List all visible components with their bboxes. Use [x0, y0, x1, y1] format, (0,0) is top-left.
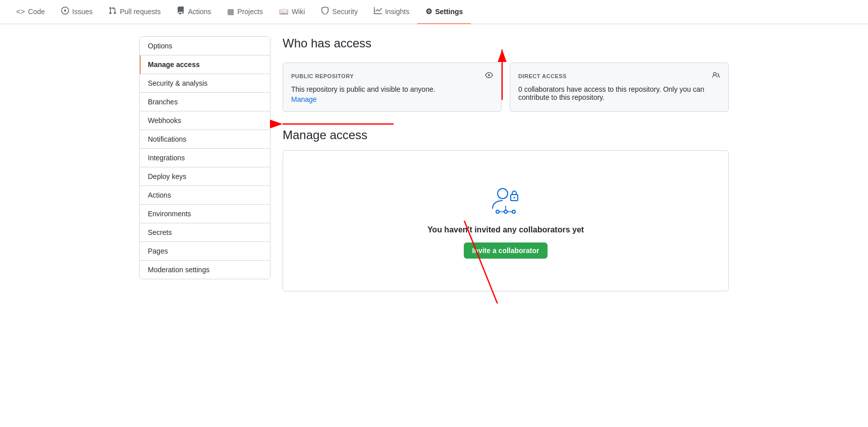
nav-wiki-label: Wiki: [292, 8, 305, 16]
sidebar-actions-label: Actions: [148, 191, 171, 199]
sidebar-item-manage-access[interactable]: Manage access: [140, 55, 270, 74]
settings-sidebar: Options Manage access Security & analysi…: [139, 36, 270, 279]
nav-security[interactable]: Security: [313, 0, 366, 24]
nav-insights[interactable]: Insights: [366, 0, 417, 24]
sidebar-options-label: Options: [148, 42, 172, 50]
manage-link[interactable]: Manage: [291, 95, 317, 103]
public-repo-label: PUBLIC REPOSITORY: [291, 73, 354, 79]
direct-access-header: DIRECT ACCESS: [518, 71, 720, 81]
actions-icon: [177, 7, 185, 16]
sidebar-item-pages[interactable]: Pages: [140, 242, 270, 261]
nav-code[interactable]: <> Code: [8, 0, 53, 24]
svg-point-1: [64, 10, 66, 12]
public-repo-header: PUBLIC REPOSITORY: [291, 71, 493, 81]
svg-point-10: [504, 210, 507, 213]
code-icon: <>: [16, 7, 25, 16]
sidebar-notifications-label: Notifications: [148, 135, 186, 143]
public-repo-text: This repository is public and visible to…: [291, 85, 493, 93]
nav-code-label: Code: [28, 8, 45, 16]
collaborators-empty-icon: [490, 184, 522, 217]
nav-insights-label: Insights: [385, 8, 409, 16]
sidebar-item-environments[interactable]: Environments: [140, 205, 270, 223]
sidebar-webhooks-label: Webhooks: [148, 116, 181, 125]
nav-issues-label: Issues: [72, 8, 92, 16]
sidebar-item-moderation[interactable]: Moderation settings: [140, 261, 270, 279]
sidebar-pages-label: Pages: [148, 247, 168, 255]
nav-settings[interactable]: ⚙ Settings: [417, 0, 471, 24]
nav-pull-requests-label: Pull requests: [120, 8, 160, 16]
sidebar-item-branches[interactable]: Branches: [140, 93, 270, 111]
svg-point-8: [498, 189, 508, 199]
sidebar-secrets-label: Secrets: [148, 228, 172, 236]
main-layout: Options Manage access Security & analysi…: [131, 24, 737, 303]
sidebar-item-actions[interactable]: Actions: [140, 186, 270, 205]
who-has-access-heading: Who has access: [283, 36, 729, 54]
pull-requests-icon: [108, 7, 117, 16]
direct-access-text: 0 collaborators have access to this repo…: [518, 85, 720, 101]
manage-access-heading: Manage access: [283, 128, 729, 142]
sidebar-environments-label: Environments: [148, 210, 191, 218]
invite-collaborator-button[interactable]: Invite a collaborator: [464, 242, 547, 259]
sidebar-item-options[interactable]: Options: [140, 37, 270, 55]
nav-projects[interactable]: ▦ Projects: [219, 0, 271, 24]
projects-icon: ▦: [227, 7, 234, 16]
sidebar-deploy-keys-label: Deploy keys: [148, 172, 186, 180]
direct-access-label: DIRECT ACCESS: [518, 73, 567, 79]
eye-icon: [485, 71, 493, 81]
security-icon: [321, 7, 329, 16]
settings-icon: ⚙: [425, 7, 432, 16]
sidebar-item-notifications[interactable]: Notifications: [140, 130, 270, 149]
insights-icon: [374, 7, 382, 16]
nav-actions[interactable]: Actions: [169, 0, 219, 24]
wiki-icon: 📖: [279, 7, 289, 16]
sidebar-item-security-analysis[interactable]: Security & analysis: [140, 74, 270, 93]
nav-wiki[interactable]: 📖 Wiki: [271, 0, 313, 24]
sidebar-item-secrets[interactable]: Secrets: [140, 223, 270, 242]
nav-settings-label: Settings: [435, 8, 463, 16]
issues-icon: [61, 7, 69, 16]
main-content: Who has access PUBLIC REPOSITORY This re…: [283, 36, 729, 291]
sidebar-manage-access-label: Manage access: [148, 60, 200, 69]
nav-actions-label: Actions: [188, 8, 211, 16]
public-repo-card: PUBLIC REPOSITORY This repository is pub…: [283, 63, 502, 112]
collaborators-icon: [712, 71, 720, 81]
sidebar-moderation-label: Moderation settings: [148, 266, 209, 274]
nav-pull-requests[interactable]: Pull requests: [100, 0, 169, 24]
collaborators-box: You haven't invited any collaborators ye…: [283, 150, 729, 291]
sidebar-item-integrations[interactable]: Integrations: [140, 149, 270, 167]
direct-access-card: DIRECT ACCESS 0 collaborators have acces…: [510, 63, 729, 112]
svg-point-9: [496, 210, 499, 213]
svg-point-11: [512, 210, 515, 213]
nav-issues[interactable]: Issues: [53, 0, 100, 24]
nav-security-label: Security: [332, 8, 358, 16]
top-nav: <> Code Issues Pull requests Actions ▦ P…: [0, 0, 868, 24]
svg-point-16: [514, 197, 515, 198]
sidebar-item-deploy-keys[interactable]: Deploy keys: [140, 167, 270, 186]
sidebar-branches-label: Branches: [148, 98, 178, 106]
nav-projects-label: Projects: [237, 8, 263, 16]
sidebar-security-analysis-label: Security & analysis: [148, 79, 207, 87]
access-cards: PUBLIC REPOSITORY This repository is pub…: [283, 63, 729, 112]
collab-empty-text: You haven't invited any collaborators ye…: [427, 225, 584, 234]
sidebar-item-webhooks[interactable]: Webhooks: [140, 111, 270, 130]
sidebar-integrations-label: Integrations: [148, 154, 185, 162]
